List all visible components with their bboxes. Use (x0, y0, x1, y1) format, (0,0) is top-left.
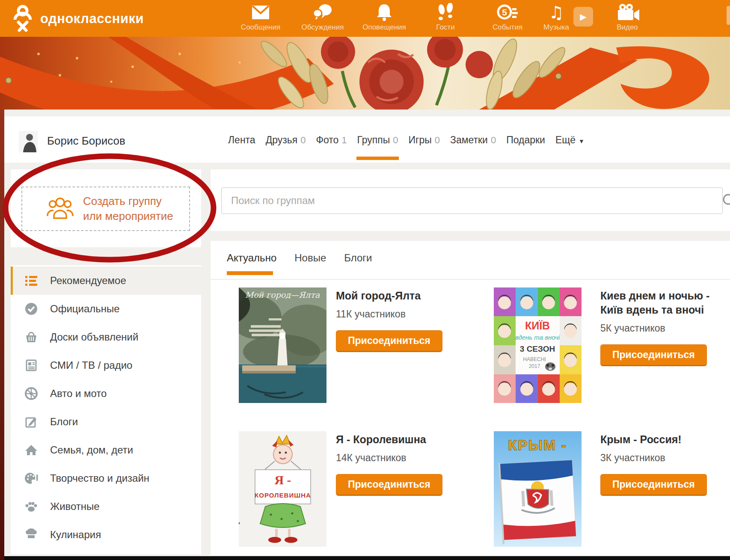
group-image-kyiv[interactable]: КИЇВ вдень та вночі 3 СЕЗОН НАВЕСНІ 2017 (494, 287, 582, 403)
tab-count: 1 (341, 135, 347, 145)
join-button[interactable]: Присоединиться (336, 474, 442, 496)
group-members-count: 14К участников (336, 452, 473, 464)
group-members-count: 5К участников (600, 323, 730, 334)
topnav-label: Обсуждения (294, 23, 351, 32)
group-card: Киев днем и ночью - Київ вдень та вночі … (600, 289, 730, 366)
join-button[interactable]: Присоединиться (600, 474, 707, 496)
basket-icon (24, 330, 39, 344)
events-badge: 5 (502, 7, 507, 17)
group-image-korolevishna[interactable]: Я - КОРОЛЕВИШНА (239, 431, 326, 547)
search-icon (722, 193, 730, 210)
sidebar-item-family[interactable]: Семья, дом, дети (11, 436, 201, 464)
kyiv-spring-text: НАВЕСНІ (523, 356, 546, 362)
topnav-messages[interactable]: Сообщения (232, 3, 289, 32)
sidebar-item-label: Животные (50, 501, 100, 513)
crimea-title-text: КРЫМ - (508, 437, 567, 453)
join-button[interactable]: Присоединиться (336, 330, 442, 352)
notifications-bell-icon (356, 3, 412, 22)
kyiv-season-text: 3 СЕЗОН (520, 344, 555, 353)
tab-count: 0 (300, 135, 306, 145)
sidebar-item-label: Блоги (50, 416, 78, 428)
tab-friends[interactable]: Друзья0 (266, 134, 306, 146)
tab-new[interactable]: Новые (294, 252, 326, 264)
tab-groups[interactable]: Группы0 (357, 134, 398, 146)
profile-header: Борис Борисов Лента Друзья0 Фото1 Группы… (4, 116, 730, 163)
ok-logo[interactable]: одноклассники (11, 4, 144, 33)
tab-actual[interactable]: Актуально (227, 252, 276, 264)
topnav-notifications[interactable]: Оповещения (356, 3, 412, 32)
sidebar-item-classifieds[interactable]: Доски объявлений (11, 323, 201, 351)
group-people-icon (46, 196, 74, 221)
topnav-video[interactable]: Видео (599, 3, 656, 32)
tab-feed[interactable]: Лента (228, 134, 255, 146)
cutoff-icon (727, 6, 730, 25)
music-note-icon: ♫ (549, 4, 564, 21)
group-title[interactable]: Я - Королевишна (336, 433, 473, 447)
raccoon-icon (545, 362, 555, 371)
paw-icon (24, 499, 39, 514)
group-image-yalta[interactable]: Мой город—Ялта (239, 287, 326, 403)
topnav-discussions[interactable]: Обсуждения (294, 3, 351, 32)
create-group-button[interactable]: Создать группу или мероприятие (21, 187, 190, 231)
group-card: Крым - Россия! 3К участников Присоединит… (600, 433, 730, 496)
avatar[interactable] (19, 131, 38, 152)
video-camera-icon (599, 3, 656, 22)
profile-name: Борис Борисов (47, 134, 125, 148)
ok-logo-icon (11, 4, 34, 33)
kyiv-subtitle-text: вдень та вночі (515, 334, 560, 341)
events-icon: 5 (479, 3, 536, 22)
tab-photos[interactable]: Фото1 (316, 134, 347, 146)
profile-tabs: Лента Друзья0 Фото1 Группы0 Игры0 Заметк… (228, 134, 585, 146)
join-button[interactable]: Присоединиться (600, 344, 707, 366)
guests-footprints-icon (417, 3, 474, 22)
create-group-panel: Создать группу или мероприятие (11, 169, 201, 247)
sidebar-item-animals[interactable]: Животные (11, 492, 201, 521)
sidebar-item-label: Творчество и дизайн (50, 472, 149, 484)
sign-line1: Я - (274, 473, 291, 487)
odnoklassniki-groups-page: одноклассники Сообщения Обсуждения (0, 0, 730, 560)
topnav-events[interactable]: 5 События (479, 3, 536, 32)
newspaper-icon (24, 358, 39, 373)
topnav-label: Гости (417, 23, 474, 32)
player-icon[interactable]: ▶ (573, 7, 593, 27)
sidebar-item-blogs[interactable]: Блоги (11, 408, 201, 436)
messages-envelope-icon (232, 3, 289, 22)
sidebar-item-auto[interactable]: Авто и мото (11, 379, 201, 408)
sign-line2: КОРОЛЕВИШНА (255, 492, 311, 499)
divider (211, 279, 730, 280)
bottom-border (4, 556, 730, 560)
sidebar-item-official[interactable]: Официальные (11, 295, 201, 323)
create-group-label: Создать группу или мероприятие (83, 194, 173, 224)
tab-more[interactable]: Ещё▼ (555, 134, 585, 146)
group-title[interactable]: Мой город-Ялта (336, 289, 473, 303)
categories-sidebar: Рекомендуемое Официальные Доски объявлен… (11, 265, 201, 554)
sidebar-item-media[interactable]: СМИ / ТВ / радио (11, 351, 201, 379)
sidebar-item-cooking[interactable]: Кулинария (11, 521, 201, 549)
search-input[interactable] (221, 187, 723, 214)
sidebar-item-art[interactable]: Творчество и дизайн (11, 464, 201, 492)
groups-tabs: Актуально Новые Блоги (227, 252, 372, 264)
tab-notes[interactable]: Заметки0 (450, 134, 496, 146)
background-strip (0, 110, 4, 560)
sidebar-item-label: Доски объявлений (50, 331, 138, 343)
tab-games[interactable]: Игры0 (408, 134, 440, 146)
tab-gifts[interactable]: Подарки (506, 134, 545, 146)
kyiv-year-text: 2017 (529, 363, 540, 369)
topnav-music[interactable]: ♫ Музыка (533, 3, 580, 32)
group-title[interactable]: Киев днем и ночью - Київ вдень та вночі (600, 289, 730, 317)
home-icon (24, 443, 39, 457)
pencil-icon (24, 415, 39, 429)
group-title[interactable]: Крым - Россия! (600, 433, 730, 447)
sidebar-item-recommended[interactable]: Рекомендуемое (11, 267, 201, 295)
group-card: Мой город-Ялта 11К участников Присоедини… (336, 289, 473, 352)
top-navigation-bar: одноклассники Сообщения Обсуждения (0, 0, 730, 37)
topnav-guests[interactable]: Гости (417, 3, 474, 32)
list-icon (24, 273, 39, 288)
tab-blogs[interactable]: Блоги (344, 252, 372, 264)
palette-icon (24, 471, 39, 486)
tab-count: 0 (435, 135, 440, 145)
banner-image (0, 37, 730, 110)
sidebar-item-label: Официальные (50, 303, 120, 315)
group-image-caption: Мой город—Ялта (245, 290, 320, 299)
group-image-crimea[interactable]: КРЫМ - (494, 431, 582, 547)
